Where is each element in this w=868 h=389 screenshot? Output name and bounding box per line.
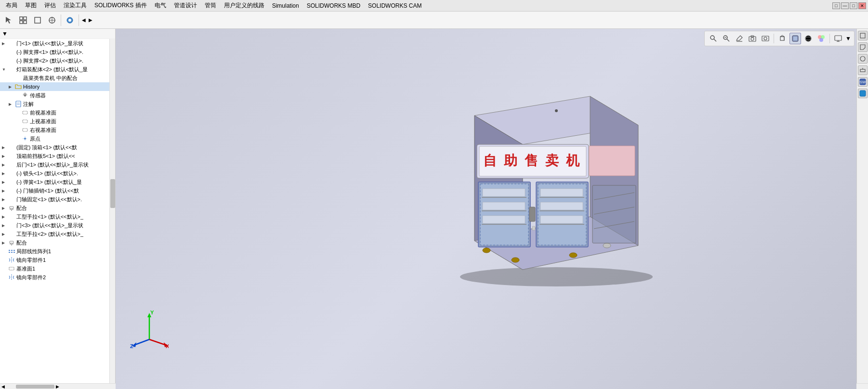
toolbar-target-btn[interactable] — [45, 13, 59, 27]
vertical-scrollbar[interactable] — [109, 39, 115, 389]
tree-toggle[interactable]: ▶ — [2, 232, 8, 236]
view-photo-icon[interactable] — [760, 33, 771, 44]
scroll-right-arrow[interactable]: ▶ — [54, 384, 61, 389]
tree-item[interactable]: ▶ (固定) 顶箱<1> (默认<<默 — [0, 143, 109, 152]
right-btn-2[interactable] — [858, 42, 868, 52]
tree-item[interactable]: 基准面1 — [0, 264, 109, 273]
menu-item-render[interactable]: 渲染工具 — [60, 0, 91, 11]
tree-item[interactable]: ▶ 工型手拉<1> (默认<<默认>_ — [0, 212, 109, 221]
right-btn-6[interactable] — [858, 89, 868, 98]
tree-item[interactable]: ▶ 工型手拉<2> (默认<<默认>_ — [0, 230, 109, 238]
svg-rect-77 — [483, 216, 525, 223]
maximize-button[interactable]: □ — [850, 2, 857, 9]
tree-toggle[interactable]: ▶ — [9, 85, 14, 89]
view-camera-icon[interactable] — [747, 33, 758, 44]
tree-item[interactable]: 蔬菜类售卖机 中的配合 — [0, 74, 109, 82]
right-btn-5[interactable]: SW — [858, 77, 868, 87]
menu-item-tube[interactable]: 管筒 — [201, 0, 220, 11]
toolbar-cursor-btn[interactable] — [2, 13, 15, 27]
tree-item[interactable]: 镜向零部件1 — [0, 256, 109, 264]
tree-toggle[interactable]: ▶ — [2, 189, 8, 193]
toolbar-forward-arrow[interactable]: ▶ — [88, 16, 93, 24]
tree-toggle[interactable]: ▶ — [2, 163, 8, 167]
menu-item-sw-plugin[interactable]: SOLIDWORKS 插件 — [91, 0, 151, 11]
main-toolbar: ◀ ▶ — [0, 12, 868, 29]
svg-point-88 — [483, 248, 490, 253]
tree-toggle[interactable]: ▶ — [2, 206, 8, 210]
menu-item-sw-mbd[interactable]: SOLIDWORKS MBD — [303, 1, 364, 10]
scrollbar-thumb[interactable] — [110, 179, 115, 208]
tree-item[interactable]: ▶ 配合 — [0, 204, 109, 212]
tree-item-label: 门<1> (默认<<默认>_显示状 — [16, 40, 83, 47]
tree-item[interactable]: ▶ (-) 门轴插销<1> (默认<<默 — [0, 186, 109, 195]
tree-toggle[interactable]: ▼ — [2, 67, 8, 72]
view-dropdown-arrow[interactable]: ▼ — [845, 33, 851, 44]
view-material-icon[interactable] — [802, 33, 814, 44]
tree-item[interactable]: (-) 脚支撑<1> (默认<<默认>. — [0, 48, 109, 56]
tree-toggle[interactable]: ▶ — [2, 197, 8, 202]
right-btn-4[interactable] — [858, 65, 868, 75]
tree-item[interactable]: 传感器 — [0, 91, 109, 100]
tree-item[interactable]: ▶ 门轴固定<1> (默认<<默认>. — [0, 195, 109, 204]
horizontal-scrollbar[interactable]: ◀ ▶ — [0, 383, 116, 389]
right-btn-3[interactable] — [858, 54, 868, 64]
view-search2-icon[interactable] — [721, 33, 732, 44]
tree-toggle[interactable]: ▶ — [2, 171, 8, 176]
restore-button[interactable]: □ — [832, 2, 840, 9]
view-display-icon[interactable] — [832, 33, 844, 44]
tree-item[interactable]: 局部线性阵列1 — [0, 247, 109, 256]
svg-rect-18 — [23, 129, 27, 131]
menu-item-evaluate[interactable]: 评估 — [40, 0, 60, 11]
tree-toggle[interactable]: ▶ — [2, 41, 8, 46]
menu-item-electric[interactable]: 电气 — [151, 0, 170, 11]
menu-item-layout[interactable]: 布局 — [2, 0, 21, 11]
tree-item[interactable]: (-) 脚支撑<2> (默认<<默认>. — [0, 56, 109, 65]
tree-item[interactable]: ▶ 顶箱前挡板5<1> (默认<< — [0, 152, 109, 160]
3d-viewport[interactable]: ▼ — [116, 29, 856, 389]
menu-item-sw-cam[interactable]: SOLIDWORKS CAM — [364, 1, 425, 10]
tree-item[interactable]: ▶ History — [0, 82, 109, 91]
view-cube-icon[interactable] — [776, 33, 788, 44]
tree-item[interactable]: 右视基准面 — [0, 126, 109, 134]
right-btn-1[interactable] — [858, 31, 868, 40]
tree-item[interactable]: ▶ 配合 — [0, 238, 109, 247]
toolbar-back-arrow[interactable]: ◀ — [81, 16, 87, 24]
tree-item[interactable]: 前视基准面 — [0, 108, 109, 117]
toolbar-grid-btn[interactable] — [16, 13, 30, 27]
tree-icon — [8, 213, 15, 220]
tree-item[interactable]: ▶ 门<3> (默认<<默认>_显示状 — [0, 221, 109, 230]
svg-point-60 — [460, 267, 653, 286]
close-button[interactable]: ✕ — [858, 2, 866, 9]
view-color-icon[interactable] — [815, 33, 827, 44]
tree-item[interactable]: 上视基准面 — [0, 117, 109, 126]
tree-item[interactable]: ▶ 门<1> (默认<<默认>_显示状 — [0, 39, 109, 48]
filter-icon[interactable]: ▼ — [2, 30, 8, 37]
tree-item[interactable]: 原点 — [0, 134, 109, 143]
tree-item[interactable]: ▼ 灯箱装配体<2> (默认<默认_显 — [0, 65, 109, 74]
tree-toggle[interactable]: ▶ — [2, 215, 8, 219]
tree-item[interactable]: ▶ (-) 弹簧<1> (默认<<默认_显 — [0, 178, 109, 186]
toolbar-box-btn[interactable] — [31, 13, 44, 27]
tree-toggle[interactable]: ▶ — [9, 102, 14, 106]
tree-item[interactable]: ▶ 注解 — [0, 100, 109, 108]
tree-item[interactable]: ▶ (-) 锁头<1> (默认<<默认>. — [0, 169, 109, 178]
feature-tree: ▶ 门<1> (默认<<默认>_显示状 (-) 脚支撑<1> (默认<<默认>.… — [0, 39, 109, 389]
tree-item[interactable]: ▶ 后门<1> (默认<<默认>_显示状 — [0, 160, 109, 169]
tree-toggle[interactable]: ▶ — [2, 145, 8, 150]
tree-toggle[interactable]: ▶ — [2, 154, 8, 158]
menu-item-simulation[interactable]: Simulation — [268, 1, 303, 10]
tree-toggle[interactable]: ▶ — [2, 241, 8, 245]
tree-toggle[interactable]: ▶ — [2, 223, 8, 228]
tree-item[interactable]: 镜向零部件2 — [0, 273, 109, 282]
menu-item-sketch[interactable]: 草图 — [21, 0, 40, 11]
view-edit-icon[interactable] — [734, 33, 745, 44]
minimize-button[interactable]: — — [841, 2, 849, 9]
view-search-icon[interactable] — [708, 33, 719, 44]
h-scrollbar-thumb[interactable] — [16, 385, 54, 389]
view-shading-icon[interactable] — [789, 33, 801, 44]
tree-toggle[interactable]: ▶ — [2, 180, 8, 184]
scroll-left-arrow[interactable]: ◀ — [0, 384, 6, 389]
toolbar-circle-btn[interactable] — [63, 13, 77, 27]
menu-item-custom-wire[interactable]: 用户定义的线路 — [220, 0, 268, 11]
menu-item-pipe[interactable]: 管道设计 — [170, 0, 201, 11]
